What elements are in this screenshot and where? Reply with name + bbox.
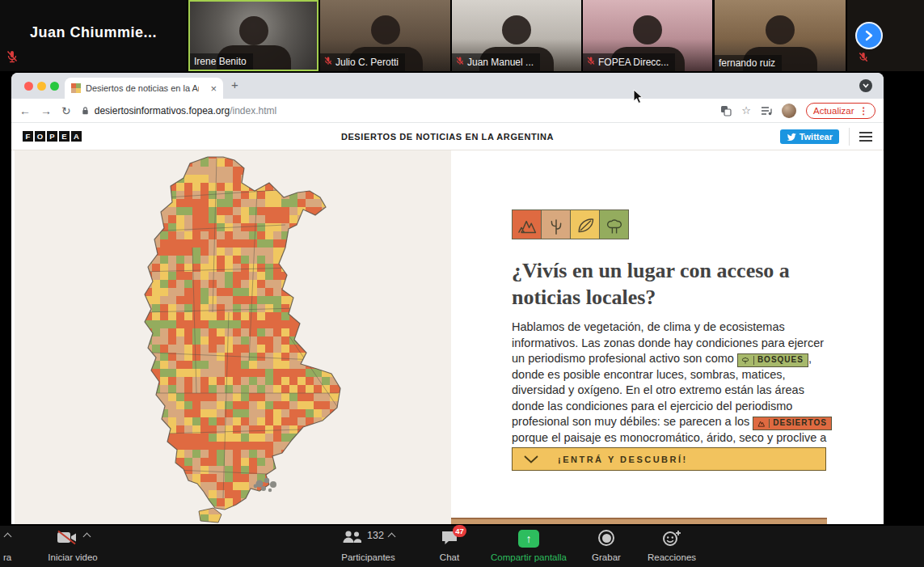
participant-tile[interactable]: Juan Manuel ...: [452, 0, 581, 71]
bosques-badge[interactable]: BOSQUES: [737, 353, 808, 367]
participants-button[interactable]: 132 Participantes: [322, 526, 415, 567]
mic-muted-icon: [324, 56, 332, 69]
browser-tabstrip: Desiertos de noticias en la Arg × +: [11, 73, 884, 99]
audio-button-partial[interactable]: ra: [0, 526, 19, 567]
mic-muted-icon: [6, 50, 18, 66]
tab-search-button[interactable]: [859, 79, 872, 92]
participant-tile[interactable]: fernando ruiz: [715, 0, 846, 71]
back-button[interactable]: ←: [19, 104, 31, 117]
translate-icon[interactable]: [720, 105, 732, 116]
start-video-button[interactable]: Iniciar video: [24, 526, 121, 567]
participant-name: fernando ruiz: [719, 57, 775, 69]
site-favicon-icon: [71, 83, 81, 93]
argentina-choropleth-map[interactable]: [15, 150, 451, 524]
share-screen-label: Compartir pantalla: [491, 552, 567, 562]
participant-silhouette: [239, 16, 268, 45]
chrome-update-button[interactable]: Actualizar ⋮: [806, 103, 875, 119]
chevron-down-icon: [863, 83, 869, 88]
tree-icon: [599, 209, 629, 239]
participant-tile[interactable]: Julio C. Perotti: [320, 0, 450, 71]
participant-name: Juan Manuel ...: [467, 57, 534, 68]
record-label: Grabar: [592, 552, 621, 562]
participants-label: Participantes: [341, 552, 394, 562]
reload-button[interactable]: ↻: [61, 104, 71, 117]
next-section-divider: [451, 518, 827, 524]
video-off-icon: [57, 530, 78, 548]
participant-name: Juan Chiummie...: [0, 24, 187, 41]
zoom-toolbar: ra Iniciar video 132 Participantes: [0, 526, 924, 567]
forward-button[interactable]: →: [40, 104, 52, 117]
participant-tile[interactable]: FOPEA Direcc...: [583, 0, 712, 71]
chevron-right-icon: [864, 30, 874, 41]
zoom-meeting-screen: Juan Chiummie... Irene Benito Julio C. P…: [0, 0, 924, 567]
participant-silhouette: [766, 15, 795, 44]
browser-tab[interactable]: Desiertos de noticias en la Arg ×: [65, 78, 223, 99]
desiertos-badge[interactable]: DESIERTOS: [753, 417, 832, 430]
browser-toolbar: ← → ↻ desiertosinformativos.fopea.org/in…: [11, 99, 884, 123]
chat-unread-badge: 47: [453, 525, 466, 537]
participant-tile-active-speaker[interactable]: Irene Benito: [188, 0, 319, 71]
chevron-up-icon[interactable]: [3, 533, 11, 541]
desert-icon: [756, 418, 766, 428]
hero-heading: ¿Vivís en un lugar con acceso a noticias…: [512, 258, 829, 311]
mic-muted-icon: [587, 56, 595, 69]
window-zoom-button[interactable]: [50, 82, 59, 91]
audio-button-label: ra: [3, 552, 11, 562]
chevron-up-icon[interactable]: [82, 533, 91, 541]
tab-title: Desiertos de noticias en la Arg: [86, 83, 199, 93]
enter-discover-button[interactable]: ¡ENTRÁ Y DESCUBRÍ!: [512, 447, 826, 471]
site-header: DESIERTOS DE NOTICIAS EN LA ARGENTINA FO…: [11, 123, 884, 150]
next-participants-page-button[interactable]: [855, 22, 883, 49]
participant-silhouette: [633, 15, 662, 44]
cactus-icon: [541, 209, 571, 239]
window-close-button[interactable]: [24, 82, 33, 91]
divider: [849, 128, 850, 146]
leaf-icon: [570, 209, 600, 239]
url-path: /index.html: [230, 105, 276, 116]
site-title: DESIERTOS DE NOTICIAS EN LA ARGENTINA: [11, 132, 884, 142]
hero-panel: ¿Vivís en un lugar con acceso a noticias…: [451, 150, 884, 524]
participant-tile[interactable]: Juan Chiummie...: [0, 0, 187, 71]
reactions-icon: [662, 530, 681, 550]
mic-muted-icon: [456, 56, 464, 69]
window-minimize-button[interactable]: [37, 82, 46, 91]
record-button[interactable]: Grabar: [580, 526, 632, 567]
browser-window: Desiertos de noticias en la Arg × + ← → …: [11, 73, 884, 524]
desert-icon: [512, 209, 542, 239]
address-bar[interactable]: desiertosinformativos.fopea.org/index.ht…: [81, 105, 276, 116]
participant-name: FOPEA Direcc...: [598, 57, 669, 68]
participants-count: 132: [367, 530, 384, 541]
bookmark-star-icon[interactable]: ☆: [741, 104, 751, 116]
chat-button[interactable]: 47 Chat: [427, 526, 472, 567]
mic-muted-icon: [859, 52, 868, 66]
extension-icon[interactable]: [761, 106, 772, 116]
chevron-up-icon[interactable]: [387, 533, 395, 541]
url-domain: desiertosinformativos.fopea.org: [95, 105, 230, 116]
video-gallery-strip: Juan Chiummie... Irene Benito Julio C. P…: [0, 0, 924, 71]
participants-icon: [342, 530, 362, 548]
browser-menu-icon: ⋮: [859, 105, 869, 116]
mouse-cursor: [633, 89, 643, 104]
chat-label: Chat: [440, 552, 459, 562]
profile-avatar[interactable]: [782, 104, 796, 118]
reactions-button[interactable]: Reacciones: [641, 526, 702, 567]
hero-paragraph: Hablamos de vegetación, de clima y de ec…: [512, 319, 835, 462]
ecosystem-icon-row: [513, 209, 629, 239]
site-content: ¿Vivís en un lugar con acceso a noticias…: [11, 150, 884, 524]
chevron-down-icon: [524, 455, 538, 463]
participant-name: Irene Benito: [194, 56, 247, 67]
tab-close-icon[interactable]: ×: [210, 83, 217, 95]
argentina-map-panel[interactable]: [15, 150, 451, 524]
share-screen-icon: ↑: [518, 530, 539, 548]
reactions-label: Reacciones: [648, 552, 696, 562]
share-screen-button[interactable]: ↑ Compartir pantalla: [481, 526, 576, 567]
tweet-button[interactable]: Twittear: [780, 129, 839, 144]
record-icon: [598, 530, 614, 546]
start-video-label: Iniciar video: [48, 552, 97, 562]
participant-silhouette: [371, 15, 400, 44]
new-tab-button[interactable]: +: [231, 78, 238, 91]
tree-icon: [740, 355, 750, 365]
menu-hamburger-icon[interactable]: [859, 132, 872, 142]
padlock-icon: [81, 106, 90, 116]
participant-name: Julio C. Perotti: [335, 57, 399, 68]
